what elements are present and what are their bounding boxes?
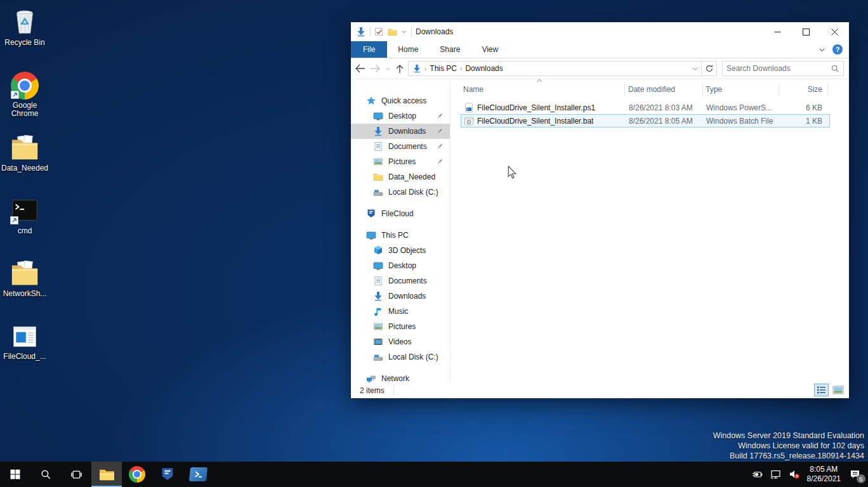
separator <box>393 386 394 395</box>
sidebar-item-desktop-quick[interactable]: Desktop <box>351 108 450 124</box>
sidebar-item-desktop[interactable]: Desktop <box>351 258 450 273</box>
taskbar-powershell-button[interactable] <box>183 462 213 487</box>
sort-ascending-icon: ^ <box>537 79 542 86</box>
music-icon <box>373 306 383 316</box>
desktop-icon-cmd[interactable]: cmd <box>0 192 49 255</box>
column-header-size[interactable]: Size <box>779 83 828 96</box>
sidebar-item-local-disk[interactable]: Local Disk (C:) <box>351 349 450 365</box>
sidebar-item-this-pc[interactable]: This PC <box>351 228 450 243</box>
batch-file-icon <box>464 116 474 126</box>
column-header-type[interactable]: Type <box>703 83 779 96</box>
download-icon <box>373 126 383 136</box>
properties-checkmark-icon[interactable] <box>374 27 384 37</box>
title-bar[interactable]: Downloads <box>351 22 849 41</box>
file-list-pane: ^ Name Date modified Type Size FileCloud… <box>450 79 849 382</box>
desktop-icon-networksh[interactable]: NetworkSh... <box>0 255 49 318</box>
sidebar-item-network[interactable]: Network <box>351 371 450 382</box>
taskbar-filecloud-button[interactable] <box>152 462 183 487</box>
tab-share[interactable]: Share <box>429 41 471 58</box>
column-header-date-modified[interactable]: Date modified <box>625 83 703 96</box>
sidebar-item-3d-objects[interactable]: 3D Objects <box>351 243 450 258</box>
downloads-crumb-icon <box>412 64 421 73</box>
thumbnail-view-button[interactable] <box>831 384 845 396</box>
network-icon[interactable] <box>770 469 782 479</box>
monitor-icon <box>373 111 383 121</box>
help-icon[interactable]: ? <box>832 44 843 55</box>
shortcut-arrow-icon <box>11 91 19 99</box>
desktop-icon-data-needed[interactable]: Data_Needed <box>0 129 49 192</box>
sidebar-item-pictures-quick[interactable]: Pictures <box>351 154 450 169</box>
close-button[interactable] <box>820 22 849 41</box>
ribbon-expand-icon[interactable] <box>818 46 826 54</box>
tab-home[interactable]: Home <box>387 41 429 58</box>
desktop-icon-recycle-bin[interactable]: Recycle Bin <box>0 4 49 67</box>
sidebar-item-downloads[interactable]: Downloads <box>351 289 450 304</box>
picture-icon <box>373 157 383 167</box>
watermark-line-2: Windows License valid for 102 days <box>713 441 864 451</box>
search-icon[interactable] <box>831 64 839 73</box>
picture-icon <box>373 321 383 332</box>
pin-icon <box>436 143 444 150</box>
sidebar-item-videos[interactable]: Videos <box>351 334 450 349</box>
notification-badge: 5 <box>857 474 865 483</box>
sidebar-item-downloads-quick[interactable]: Downloads <box>351 124 450 139</box>
folder-icon <box>10 259 39 288</box>
system-watermark: Windows Server 2019 Standard Evaluation … <box>713 431 864 461</box>
power-icon[interactable] <box>752 469 763 479</box>
document-icon <box>373 276 383 286</box>
cube-icon <box>373 245 383 256</box>
breadcrumb-this-pc[interactable]: This PC <box>430 64 457 73</box>
shortcut-arrow-icon <box>10 216 18 224</box>
powershell-file-icon <box>464 103 474 113</box>
sidebar-item-pictures[interactable]: Pictures <box>351 319 450 334</box>
back-icon[interactable] <box>355 64 365 73</box>
windows-logo-icon <box>10 469 20 479</box>
column-headers: ^ Name Date modified Type Size <box>456 82 849 97</box>
search-icon <box>40 469 51 480</box>
sidebar-item-local-disk-quick[interactable]: Local Disk (C:) <box>351 185 450 200</box>
powershell-icon <box>188 467 207 481</box>
tab-file[interactable]: File <box>351 41 387 58</box>
sidebar-item-data-needed[interactable]: Data_Needed <box>351 169 450 185</box>
column-header-name[interactable]: ^ Name <box>456 83 625 96</box>
taskbar-chrome-button[interactable] <box>122 462 152 487</box>
sidebar-item-music[interactable]: Music <box>351 304 450 319</box>
monitor-icon <box>373 261 383 271</box>
pin-icon <box>436 127 444 135</box>
qat-dropdown-icon[interactable] <box>401 29 407 35</box>
mouse-cursor <box>507 166 517 179</box>
forward-icon[interactable] <box>370 64 381 73</box>
minimize-button[interactable] <box>763 22 792 41</box>
volume-muted-icon[interactable] <box>789 469 800 479</box>
refresh-button[interactable] <box>702 61 717 76</box>
new-folder-icon[interactable] <box>388 27 397 37</box>
search-input[interactable] <box>727 64 831 73</box>
taskbar-clock[interactable]: 8:05 AM 8/26/2021 <box>807 465 841 484</box>
desktop-icon-filecloud-installer[interactable]: FileCloud_... <box>0 318 49 380</box>
sidebar-item-filecloud[interactable]: FileCloud <box>351 206 450 221</box>
recycle-bin-icon <box>11 6 39 37</box>
desktop-icon-google-chrome[interactable]: Google Chrome <box>0 67 49 129</box>
recent-locations-icon[interactable] <box>385 66 391 72</box>
address-bar[interactable]: › This PC › Downloads <box>408 61 702 76</box>
maximize-button[interactable] <box>792 22 820 41</box>
details-view-button[interactable] <box>814 384 829 396</box>
up-icon[interactable] <box>395 64 404 74</box>
star-icon <box>366 96 376 106</box>
taskbar-file-explorer-button[interactable] <box>91 462 122 487</box>
tab-view[interactable]: View <box>471 41 509 58</box>
breadcrumb-downloads[interactable]: Downloads <box>465 64 503 73</box>
explorer-window: Downloads File Home Share View ? <box>351 22 849 398</box>
address-dropdown-icon[interactable] <box>692 65 699 72</box>
sidebar-item-documents[interactable]: Documents <box>351 273 450 289</box>
pin-icon <box>436 112 444 120</box>
task-view-button[interactable] <box>61 462 91 487</box>
taskbar-search-button[interactable] <box>30 462 61 487</box>
sidebar-item-documents-quick[interactable]: Documents <box>351 139 450 154</box>
sidebar-item-quick-access[interactable]: Quick access <box>351 93 450 108</box>
file-row-bat-selected[interactable]: FileCloudDrive_Silent_Installer.bat 8/26… <box>461 114 830 127</box>
disk-icon <box>373 352 383 362</box>
start-button[interactable] <box>0 462 30 487</box>
action-center-button[interactable]: 5 <box>848 467 863 482</box>
file-row-ps1[interactable]: FileCloudDrive_Silent_Installer.ps1 8/26… <box>461 101 830 114</box>
